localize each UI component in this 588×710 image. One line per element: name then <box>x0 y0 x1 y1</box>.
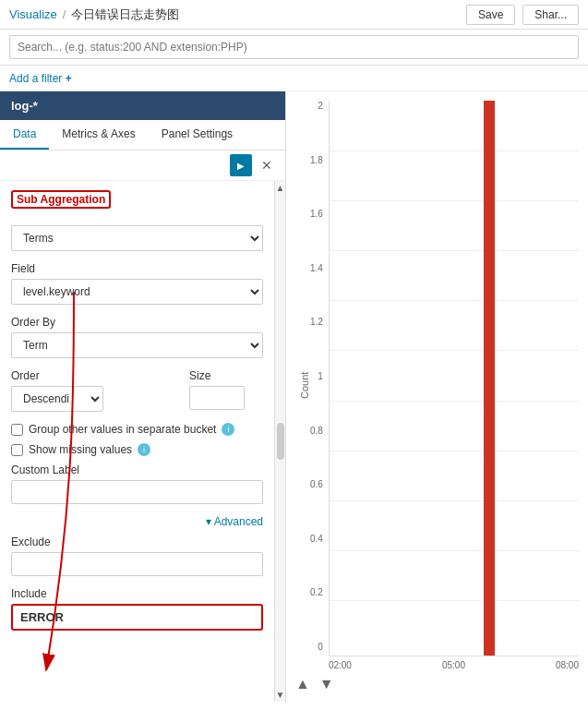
show-missing-info-icon[interactable]: i <box>138 443 150 456</box>
order-by-label: Order By <box>11 316 263 329</box>
include-value: ERROR <box>20 610 64 624</box>
grid-line-10 <box>330 600 579 601</box>
scrollbar[interactable]: ▲ ▼ <box>274 181 285 702</box>
sub-aggregation-label: Sub Aggregation <box>11 190 111 209</box>
exclude-label: Exclude <box>11 536 263 548</box>
y-axis: 2 1.8 1.6 1.4 1.2 1 0.8 0.6 0.4 0.2 0 <box>310 101 329 670</box>
tab-panel-settings[interactable]: Panel Settings <box>149 120 246 150</box>
page-title: 今日错误日志走势图 <box>71 6 179 23</box>
type-select[interactable]: Terms <box>11 225 263 251</box>
custom-label-group: Custom Label <box>11 463 263 504</box>
grid-line-9 <box>330 550 579 551</box>
save-button[interactable]: Save <box>466 5 515 25</box>
tabs-bar: Data Metrics & Axes Panel Settings <box>0 120 285 150</box>
grid-line-3 <box>330 250 579 251</box>
show-missing-checkbox[interactable] <box>11 444 23 456</box>
search-input[interactable] <box>9 35 579 59</box>
visualize-link[interactable]: Visualize <box>9 7 57 21</box>
order-by-group: Order By Term <box>11 316 263 358</box>
show-missing-label: Show missing values <box>29 443 132 456</box>
include-label: Include <box>11 587 263 600</box>
left-panel: log-* Data Metrics & Axes Panel Settings… <box>0 91 286 702</box>
tab-data[interactable]: Data <box>0 120 49 150</box>
panel-header: log-* <box>0 91 285 120</box>
panel-content: Sub Aggregation Terms Field level.keywor… <box>0 181 274 702</box>
grid-line-5 <box>330 350 579 351</box>
type-group: Terms <box>11 225 263 251</box>
scroll-down-button[interactable]: ▼ <box>276 690 285 700</box>
x-label-2: 05:00 <box>442 660 465 670</box>
play-button[interactable]: ▶ <box>230 154 252 176</box>
size-group: Size 5 <box>189 369 263 412</box>
panel-toolbar: ▶ ✕ <box>0 150 285 181</box>
breadcrumb: Visualize / 今日错误日志走势图 <box>9 6 179 23</box>
tab-metrics-axes[interactable]: Metrics & Axes <box>49 120 148 150</box>
search-bar-container <box>0 30 588 66</box>
x-label-1: 02:00 <box>329 660 352 670</box>
panel-title: log-* <box>11 99 38 113</box>
field-label: Field <box>11 262 263 275</box>
breadcrumb-separator: / <box>63 7 66 21</box>
field-select[interactable]: level.keyword <box>11 279 263 305</box>
size-input[interactable]: 5 <box>189 386 245 410</box>
sub-aggregation-section: Sub Aggregation <box>11 190 263 214</box>
right-panel: Count 2 1.8 1.6 1.4 1.2 1 0.8 0.6 0.4 0.… <box>286 91 588 702</box>
grid-line-1 <box>330 150 579 151</box>
custom-label-input[interactable] <box>11 480 263 504</box>
plus-icon: + <box>66 72 72 85</box>
advanced-toggle[interactable]: Advanced <box>11 515 263 528</box>
close-button[interactable]: ✕ <box>256 154 278 176</box>
group-other-row: Group other values in separate bucket i <box>11 423 263 436</box>
group-other-label: Group other values in separate bucket <box>29 423 216 436</box>
add-filter-bar: Add a filter + <box>0 66 588 91</box>
chart-plot <box>329 101 579 656</box>
field-group: Field level.keyword <box>11 262 263 305</box>
scroll-up-button[interactable]: ▲ <box>276 183 285 193</box>
x-label-3: 08:00 <box>556 660 579 670</box>
order-group: Order Descendi <box>11 369 182 412</box>
order-size-row: Order Descendi Size 5 <box>11 369 263 423</box>
include-group: Include ERROR <box>11 587 263 631</box>
x-axis: 02:00 05:00 08:00 <box>329 656 579 670</box>
grid-line-2 <box>330 200 579 201</box>
top-bar: Visualize / 今日错误日志走势图 Save Shar... <box>0 0 588 30</box>
exclude-group: Exclude <box>11 536 263 576</box>
grid-line-4 <box>330 300 579 301</box>
y-axis-label: Count <box>295 101 310 670</box>
share-button[interactable]: Shar... <box>522 5 579 25</box>
chart-area: 02:00 05:00 08:00 <box>329 101 579 670</box>
grid-line-7 <box>330 451 579 451</box>
main-layout: log-* Data Metrics & Axes Panel Settings… <box>0 91 588 702</box>
group-other-info-icon[interactable]: i <box>222 423 234 436</box>
chart-nav: ▲ ▼ <box>295 676 579 692</box>
chart-down-button[interactable]: ▼ <box>319 676 334 692</box>
exclude-input[interactable] <box>11 552 263 576</box>
custom-label-label: Custom Label <box>11 463 263 476</box>
order-by-select[interactable]: Term <box>11 332 263 358</box>
show-missing-row: Show missing values i <box>11 443 263 456</box>
order-select[interactable]: Descendi <box>11 386 103 412</box>
top-actions: Save Shar... <box>466 5 579 25</box>
grid-line-8 <box>330 500 579 501</box>
group-other-checkbox[interactable] <box>11 424 23 436</box>
add-filter-link[interactable]: Add a filter + <box>9 72 72 85</box>
scroll-thumb[interactable] <box>277 423 284 460</box>
order-label: Order <box>11 369 182 382</box>
grid-line-6 <box>330 401 579 402</box>
size-label: Size <box>189 369 263 382</box>
chart-up-button[interactable]: ▲ <box>295 676 310 692</box>
chart-bar <box>484 101 495 656</box>
